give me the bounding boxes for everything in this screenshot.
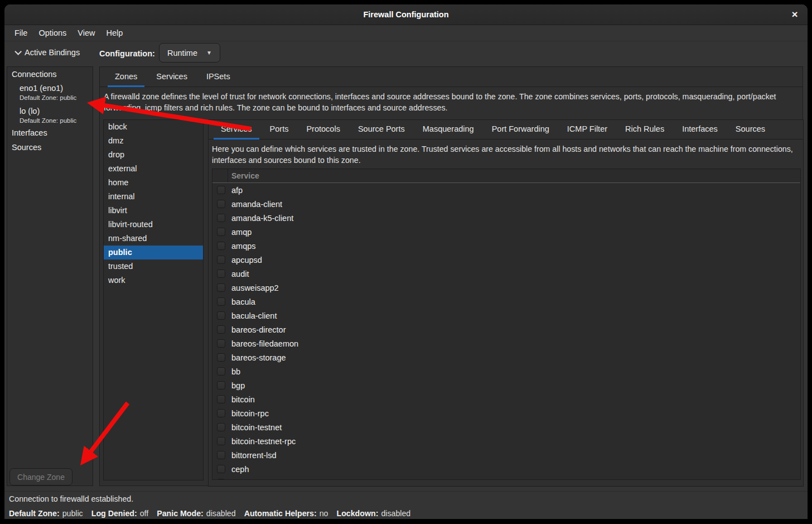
service-checkbox[interactable] [217,242,225,250]
service-checkbox[interactable] [217,311,225,320]
dropdown-caret-icon: ▼ [206,50,212,56]
service-checkbox[interactable] [217,409,225,417]
service-checkbox[interactable] [217,367,225,376]
active-bindings-label: Active Bindings [25,48,80,57]
zone-item-block[interactable]: block [104,120,203,134]
service-checkbox[interactable] [217,186,225,194]
main-tabbar: ZonesServicesIPSets [100,67,803,87]
footer-item: Log Denied:off [91,509,149,518]
zone-tab-port-forwarding[interactable]: Port Forwarding [483,120,558,140]
service-checkbox[interactable] [217,228,225,236]
zone-item-external[interactable]: external [104,162,203,176]
change-zone-button[interactable]: Change Zone [9,468,72,485]
table-row: bb [212,364,800,378]
connection-item[interactable]: lo (lo)Default Zone: public [20,105,76,125]
zone-tab-icmp-filter[interactable]: ICMP Filter [558,120,616,140]
zone-tab-sources[interactable]: Sources [727,120,774,140]
table-row: bacula [212,295,800,309]
service-name: amanda-client [231,200,282,209]
sidebar-item-sources[interactable]: Sources [12,142,41,153]
sidebar-item-interfaces[interactable]: Interfaces [12,127,47,138]
service-checkbox[interactable] [217,451,225,459]
service-checkbox[interactable] [217,297,225,306]
footer-label: Default Zone: [9,509,60,518]
zone-item-libvirt-routed[interactable]: libvirt-routed [104,218,203,232]
footer-label: Automatic Helpers: [244,509,317,518]
titlebar[interactable]: Firewall Configuration × [4,4,808,25]
zone-item-trusted[interactable]: trusted [104,259,203,273]
configuration-dropdown[interactable]: Runtime ▼ [159,43,220,63]
screen: Firewall Configuration × FileOptionsView… [0,0,812,524]
footer-item: Automatic Helpers:no [244,509,328,518]
service-name: bareos-filedaemon [231,339,298,348]
table-row: bgp [212,378,800,392]
zone-tab-services[interactable]: Services [212,120,261,140]
tab-services[interactable]: Services [147,67,197,87]
zone-item-public[interactable]: public [104,246,203,259]
zone-item-nm-shared[interactable]: nm-shared [104,232,203,246]
footer-value: disabled [206,509,236,518]
main-panel: ZonesServicesIPSets A firewalld zone def… [99,66,803,486]
footer-item: Panic Mode:disabled [157,509,235,518]
menu-file[interactable]: File [11,27,31,39]
menu-view[interactable]: View [74,27,98,39]
zone-item-libvirt[interactable]: libvirt [104,204,203,218]
zone-tab-ports[interactable]: Ports [261,120,298,140]
service-checkbox[interactable] [217,270,225,278]
zone-tab-interfaces[interactable]: Interfaces [673,120,727,140]
service-checkbox[interactable] [217,437,225,445]
table-row: amqps [212,239,800,253]
window-title: Firewall Configuration [4,4,808,25]
service-checkbox[interactable] [217,423,225,431]
menu-help[interactable]: Help [103,27,127,39]
service-name: bitcoin [231,395,255,404]
connection-item[interactable]: eno1 (eno1)Default Zone: public [20,83,76,102]
close-icon[interactable]: × [786,7,803,23]
zone-item-home[interactable]: home [104,176,203,190]
service-checkbox[interactable] [217,200,225,208]
service-checkbox[interactable] [217,339,225,348]
service-name: bacula-client [231,311,277,320]
service-checkbox[interactable] [217,479,225,480]
footer-value: public [62,509,83,518]
toolbar-row: Active Bindings Configuration: Runtime ▼ [4,41,808,66]
zone-tab-protocols[interactable]: Protocols [297,120,349,140]
table-row: ceph [212,462,800,476]
menu-options[interactable]: Options [35,27,70,39]
service-checkbox[interactable] [217,395,225,403]
service-checkbox[interactable] [217,325,225,334]
table-row: ausweisapp2 [212,281,800,295]
tab-zones[interactable]: Zones [105,67,147,87]
sidebar-item-connections[interactable]: Connections [12,69,57,80]
tab-ipsets[interactable]: IPSets [197,67,240,87]
table-row: apcupsd [212,253,800,267]
zone-detail-panel: ServicesPortsProtocolsSource PortsMasque… [208,119,804,487]
table-row: audit [212,267,800,281]
service-column-header[interactable]: Service [212,169,800,183]
zone-tab-masquerading[interactable]: Masquerading [414,120,483,140]
zone-item-dmz[interactable]: dmz [104,134,203,148]
active-bindings-toggle[interactable]: Active Bindings [14,48,80,57]
service-checkbox[interactable] [217,214,225,222]
service-checkbox[interactable] [217,381,225,390]
service-rows: afpamanda-clientamanda-k5-clientamqpamqp… [212,183,800,476]
menubar: FileOptionsViewHelp [4,25,808,41]
service-checkbox[interactable] [217,256,225,264]
zone-tab-source-ports[interactable]: Source Ports [349,120,414,140]
zone-item-drop[interactable]: drop [104,148,203,162]
service-checkbox[interactable] [217,283,225,292]
connection-default-zone: Default Zone: public [20,117,76,125]
table-row: amqp [212,225,800,239]
connection-name: lo (lo) [20,105,76,117]
service-name: bareos-storage [231,353,286,362]
table-row-partial [212,476,800,480]
service-checkbox[interactable] [217,465,225,473]
firewall-config-window: Firewall Configuration × FileOptionsView… [4,4,808,519]
service-name: bgp [231,381,245,390]
zone-item-internal[interactable]: internal [104,190,203,204]
service-name: bareos-director [231,325,286,334]
zone-item-work[interactable]: work [104,273,203,287]
service-name: bitcoin-rpc [231,409,269,418]
zone-tab-rich-rules[interactable]: Rich Rules [616,120,673,140]
service-checkbox[interactable] [217,353,225,362]
